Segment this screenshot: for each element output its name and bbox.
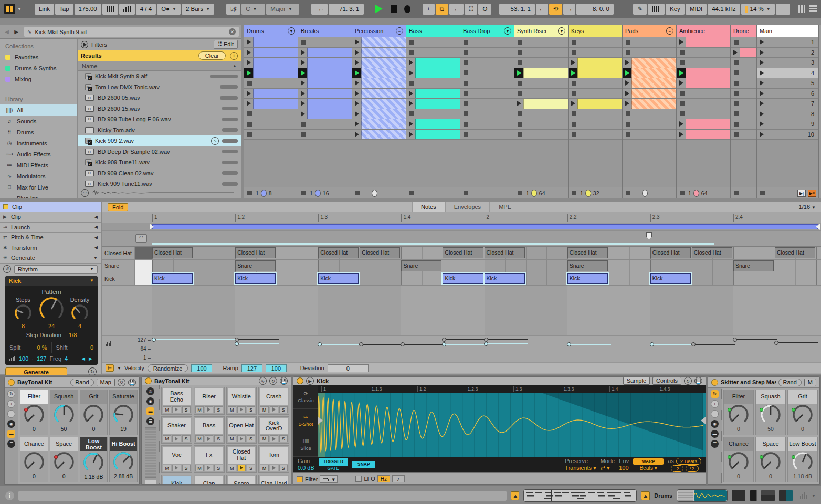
clip-body[interactable] <box>253 89 298 99</box>
session-view-toggle-icon[interactable] <box>798 5 805 13</box>
track-header[interactable]: Drums▼ <box>244 25 298 37</box>
midi-note[interactable]: Snare <box>733 260 774 271</box>
browser-forward-button[interactable]: ▶ <box>12 27 21 37</box>
macro-knob[interactable] <box>728 404 750 427</box>
clip-slot[interactable] <box>298 68 352 79</box>
pad-name[interactable]: Shaker <box>163 418 191 435</box>
env-value[interactable]: 100 <box>619 465 628 471</box>
stop-all-clips-button[interactable] <box>247 191 252 195</box>
clip-slot[interactable] <box>731 48 756 58</box>
pad-play-button[interactable] <box>237 435 246 442</box>
stop-all-clips-button[interactable] <box>626 191 630 195</box>
clip-body[interactable] <box>253 48 298 58</box>
clip-slot[interactable] <box>460 37 514 48</box>
section-collapse-icon[interactable]: ◀ <box>94 245 98 250</box>
scene-slot[interactable]: 2 <box>757 48 818 58</box>
clip-body[interactable] <box>361 89 406 99</box>
section-pitch-time[interactable]: ⇄Pitch & Time◀ <box>0 233 101 243</box>
stop-all-clips-button[interactable] <box>572 191 576 195</box>
clip-launch-button[interactable] <box>298 109 307 119</box>
clip-launch-button[interactable] <box>677 68 686 78</box>
nudge-down-icon[interactable] <box>102 4 118 15</box>
clip-launch-button[interactable] <box>298 58 307 68</box>
midi-map-button[interactable]: MIDI <box>686 4 707 15</box>
preserve-value[interactable]: Transients ▾ <box>565 465 596 471</box>
clip-slot[interactable] <box>569 78 622 89</box>
file-row[interactable]: ‖‖BD 909 Clean 02.wav <box>78 168 241 179</box>
device-on-toggle[interactable] <box>711 379 718 386</box>
note-grid-empty-area[interactable] <box>102 286 821 336</box>
stop-all-clips-button[interactable] <box>301 191 306 195</box>
clip-launch-button[interactable] <box>731 48 740 58</box>
midi-note[interactable]: Closed Hat <box>567 247 608 258</box>
clip-slot[interactable] <box>352 109 406 120</box>
receive-icon[interactable]: ◉ <box>146 397 154 405</box>
device-on-toggle[interactable] <box>8 379 15 386</box>
stop-all-clips-button[interactable] <box>409 191 414 195</box>
velocity-marker[interactable] <box>235 338 239 342</box>
file-row[interactable]: ‖‖Kick Mkit Synth 9.aif <box>78 71 241 82</box>
clip-launch-button[interactable] <box>406 119 415 129</box>
clip-launch-button[interactable] <box>244 48 253 58</box>
draw-selection-button[interactable]: ⛶ <box>465 4 477 15</box>
clip-slot[interactable] <box>623 89 676 99</box>
sidebar-collection-mixing[interactable]: Mixing <box>0 74 77 85</box>
rand-button[interactable]: Rand <box>70 379 93 386</box>
sidebar-collection-drums-synths[interactable]: Drums & Synths <box>0 62 77 74</box>
clip-launch-button[interactable] <box>623 89 631 99</box>
pad-solo-button[interactable]: S <box>279 435 288 442</box>
midi-note[interactable]: Kick <box>443 273 483 284</box>
clip-launch-button[interactable] <box>298 68 307 78</box>
scene-launch-icon[interactable] <box>757 68 766 78</box>
browser-back-button[interactable]: ◀ <box>2 27 12 37</box>
scrub-area[interactable]: ◠ <box>102 231 821 247</box>
macro-chance[interactable]: Chance0 <box>20 437 48 482</box>
clip-slot[interactable] <box>460 99 514 109</box>
clip-body[interactable] <box>631 99 676 109</box>
clip-launch-button[interactable] <box>244 99 253 109</box>
pad-play-button[interactable] <box>172 406 181 413</box>
clip-body[interactable] <box>253 37 298 47</box>
generator-knob-pattern[interactable]: 24 <box>38 296 65 329</box>
macro-low-boost[interactable]: Low Boost1.18 dB <box>787 437 818 482</box>
clip-slot[interactable] <box>244 89 298 99</box>
file-row[interactable]: ‖‖Kick 909 Tune11.wav <box>78 157 241 168</box>
clip-slot[interactable] <box>352 119 406 130</box>
pad-bank-selector[interactable] <box>145 480 156 485</box>
device-thumbnail[interactable] <box>750 490 757 501</box>
clip-slot[interactable] <box>352 37 406 48</box>
clip-slot[interactable] <box>623 48 676 58</box>
lane-chooser-icon[interactable]: ⊢ <box>106 364 114 372</box>
pad-name[interactable]: Open Hat <box>228 418 256 435</box>
pad-solo-button[interactable]: S <box>214 465 223 471</box>
snap-button[interactable]: SNAP <box>352 461 375 468</box>
scene-launch-icon[interactable] <box>757 130 766 140</box>
macro-grit[interactable]: Grit0 <box>80 390 108 435</box>
fold-button[interactable]: Fold <box>108 203 128 211</box>
clip-slot[interactable] <box>569 37 622 48</box>
knob-dial[interactable] <box>112 404 134 426</box>
pad-mute-button[interactable]: M <box>163 406 171 413</box>
clip-slot[interactable] <box>677 99 730 109</box>
clip-launch-button[interactable] <box>298 48 307 58</box>
clip-slot[interactable] <box>731 89 756 99</box>
generator-reset-icon[interactable]: ↺ <box>3 265 11 273</box>
velocity-marker[interactable] <box>774 341 778 345</box>
filter-circuit-menu[interactable]: SMP ▾ <box>319 484 341 485</box>
clip-slot[interactable] <box>244 48 298 58</box>
drum-pad-crash[interactable]: CrashMS <box>258 387 289 415</box>
hot-swap-icon[interactable]: ∿ <box>259 377 267 385</box>
knob-dial[interactable] <box>112 451 134 473</box>
knob[interactable] <box>14 303 33 323</box>
clip-body[interactable] <box>577 99 622 109</box>
metronome-button[interactable]: O●▼ <box>157 4 181 15</box>
drum-pad-clap-hard[interactable]: Clap HardMS <box>258 475 289 485</box>
track-header[interactable]: Drone <box>731 25 756 37</box>
clip-launch-button[interactable] <box>677 78 686 88</box>
rand-button[interactable]: Rand <box>778 379 802 386</box>
lfo-hz-button[interactable]: Hz <box>377 475 390 482</box>
cpu-meter[interactable]: 14 %▼ <box>741 4 775 15</box>
macro-low-boost[interactable]: Low Boost1.18 dB <box>80 437 108 482</box>
clip-slot[interactable] <box>298 37 352 48</box>
pad-name[interactable]: Voc <box>163 447 191 464</box>
